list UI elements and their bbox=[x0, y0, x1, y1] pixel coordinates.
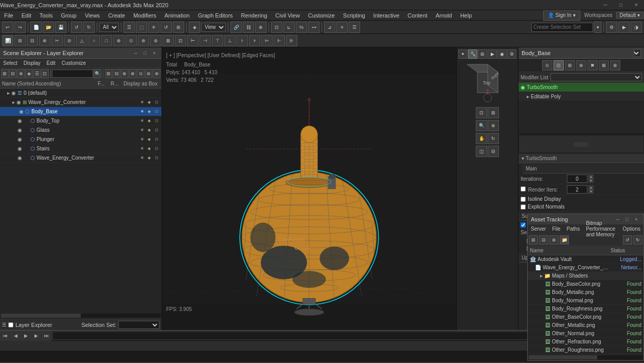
se-tb-btn12[interactable]: ⊙ bbox=[137, 69, 145, 78]
sign-in-button[interactable]: 👤 Sign In ▾ bbox=[543, 10, 580, 21]
menu-animation[interactable]: Animation bbox=[160, 10, 194, 21]
se-menu-select[interactable]: Select bbox=[0, 59, 21, 68]
menu-rendering[interactable]: Rendering bbox=[237, 10, 272, 21]
menu-views[interactable]: Views bbox=[81, 10, 104, 21]
asset-scrollbar[interactable] bbox=[529, 355, 642, 359]
view-mode[interactable]: View bbox=[201, 23, 226, 32]
asset-maps-folder[interactable]: ▸ 📁 Maps / Shaders bbox=[528, 272, 643, 280]
se-tb-btn6[interactable]: ⊡ bbox=[41, 69, 49, 78]
menu-create[interactable]: Create bbox=[104, 10, 129, 21]
asset-vault[interactable]: 🏦 Autodesk Vault Logged... bbox=[528, 255, 643, 264]
tb2-btn4[interactable]: ✂ bbox=[51, 35, 63, 46]
tb2-btn20[interactable]: ⊧ bbox=[249, 35, 260, 46]
at-tb-btn5[interactable]: ↺ bbox=[623, 235, 632, 245]
tb2-btn7[interactable]: ○ bbox=[88, 35, 100, 46]
select-button[interactable]: ☰ bbox=[123, 22, 135, 33]
render-iters-input[interactable]: 2 bbox=[567, 185, 587, 194]
modifier-editable-poly[interactable]: ▸ Editable Poly bbox=[518, 92, 644, 101]
tb2-btn14[interactable]: ⊡ bbox=[175, 35, 186, 46]
scene-item-body-base[interactable]: ◉ ⬡ Body_Base ✳ ◈ ⊡ bbox=[0, 107, 162, 116]
menu-file[interactable]: File bbox=[0, 10, 17, 21]
se-tb-btn5[interactable]: ☰ bbox=[33, 69, 41, 78]
se-scrollbar[interactable] bbox=[1, 314, 160, 318]
tb2-btn16[interactable]: ⊣ bbox=[200, 35, 211, 46]
se-tb-btn3[interactable]: ⊕ bbox=[17, 69, 25, 78]
tb2-btn12[interactable]: ⊚ bbox=[150, 35, 162, 46]
orbit-button[interactable]: ↻ bbox=[488, 133, 499, 144]
se-filter-input[interactable] bbox=[52, 70, 93, 78]
rotate-button[interactable]: ↺ bbox=[160, 22, 172, 33]
menu-edit[interactable]: Edit bbox=[17, 10, 35, 21]
asset-otherroughness[interactable]: 🖼 Other_Roughness.png Found bbox=[528, 346, 643, 354]
se-scrollbar-thumb[interactable] bbox=[1, 314, 81, 318]
modifier-dropdown[interactable]: ▾ bbox=[634, 49, 641, 57]
pt-btn3[interactable]: ⊞ bbox=[565, 60, 575, 71]
pt-btn1[interactable]: ⊙ bbox=[542, 60, 552, 71]
asset-restore-button[interactable]: □ bbox=[623, 216, 631, 223]
move-button[interactable]: ✛ bbox=[148, 22, 159, 33]
se-footer-checkbox1[interactable] bbox=[8, 322, 13, 327]
asset-close-button[interactable]: × bbox=[632, 216, 640, 223]
main-section-header[interactable]: Main bbox=[523, 164, 644, 174]
mirror-button[interactable]: ⊿ bbox=[324, 22, 335, 33]
create-selection-set-input[interactable] bbox=[531, 23, 593, 32]
menu-arnold[interactable]: Arnold bbox=[432, 10, 456, 21]
tb2-btn3[interactable]: ⊕ bbox=[39, 35, 50, 46]
render-iters-down-button[interactable]: ▼ bbox=[588, 189, 594, 194]
angle-snap[interactable]: ⊾ bbox=[283, 22, 295, 33]
scene-item-layer[interactable]: ▸ ◉ ☰ 0 (default) bbox=[0, 89, 162, 98]
menu-help[interactable]: Help bbox=[456, 10, 476, 21]
explicit-normals-checkbox[interactable] bbox=[521, 204, 526, 210]
se-tb-btn14[interactable]: ⊛ bbox=[153, 69, 160, 78]
tb2-btn19[interactable]: ⊦ bbox=[237, 35, 248, 46]
menu-group[interactable]: Group bbox=[57, 10, 81, 21]
asset-bodybasecolor[interactable]: 🖼 Body_BaseColor.png Found bbox=[528, 280, 643, 288]
menu-tools[interactable]: Tools bbox=[35, 10, 57, 21]
render-iters-up-button[interactable]: ▲ bbox=[588, 185, 594, 189]
asset-scrollbar-thumb[interactable] bbox=[529, 355, 597, 359]
scene-item-plunger[interactable]: ◉ ⬡ Plunger ✳ ◈ ⊡ bbox=[0, 135, 162, 144]
menu-civil-view[interactable]: Civil View bbox=[271, 10, 303, 21]
menu-modifiers[interactable]: Modifiers bbox=[129, 10, 160, 21]
at-tb-btn4[interactable]: 📁 bbox=[560, 235, 569, 245]
at-tb-btn6[interactable]: ↻ bbox=[633, 235, 642, 245]
zoom-button[interactable]: 🔍 bbox=[476, 120, 487, 131]
save-button[interactable]: 💾 bbox=[55, 22, 66, 33]
se-tb-btn8[interactable]: ⊞ bbox=[105, 69, 113, 78]
pt-btn2[interactable]: ⊡ bbox=[553, 60, 564, 71]
asset-othermetallic[interactable]: 🖼 Other_Metallic.png Found bbox=[528, 321, 643, 330]
selection-set-dropdown-footer[interactable] bbox=[118, 321, 159, 329]
tb2-btn9[interactable]: ⊗ bbox=[113, 35, 124, 46]
new-scene-button[interactable]: 📄 bbox=[30, 22, 42, 33]
asset-bodyroughness[interactable]: 🖼 Body_Roughness.png Found bbox=[528, 305, 643, 313]
se-tb-btn4[interactable]: ◈ bbox=[25, 69, 33, 78]
turbosmooth-section-header[interactable]: ▾ TurboSmooth bbox=[518, 154, 644, 163]
tb2-btn6[interactable]: △ bbox=[76, 35, 87, 46]
workspace-default[interactable]: Default ▾ bbox=[616, 12, 643, 19]
tb2-btn1[interactable]: ⊞ bbox=[14, 35, 26, 46]
tb2-btn21[interactable]: ⊨ bbox=[261, 35, 273, 46]
menu-content[interactable]: Content bbox=[403, 10, 432, 21]
reference-button[interactable]: ◈ bbox=[189, 22, 200, 33]
se-menu-display[interactable]: Display bbox=[21, 59, 44, 68]
play-button[interactable]: ▶ bbox=[21, 331, 31, 341]
iterations-input[interactable]: 0 bbox=[567, 175, 587, 183]
graph-button[interactable]: 📊 bbox=[2, 35, 13, 46]
asset-otherbasecolor[interactable]: 🖼 Other_BaseColor.png Found bbox=[528, 313, 643, 321]
prev-frame-button[interactable]: ◀ bbox=[10, 331, 21, 341]
close-button[interactable]: × bbox=[629, 0, 644, 10]
scale-button[interactable]: ⊞ bbox=[173, 22, 184, 33]
asset-bodynormal[interactable]: 🖼 Body_Normal.png Found bbox=[528, 297, 643, 305]
link-button[interactable]: 🔗 bbox=[230, 22, 242, 33]
asset-othernormal[interactable]: 🖼 Other_Normal.png Found bbox=[528, 330, 643, 338]
se-tb-btn2[interactable]: ⊟ bbox=[9, 69, 17, 78]
zoom-extents-button[interactable]: ⊡ bbox=[476, 107, 487, 118]
pt-btn5[interactable]: ✖ bbox=[587, 60, 598, 71]
se-tb-btn10[interactable]: ⊕ bbox=[121, 69, 129, 78]
unlink-button[interactable]: ⛓ bbox=[243, 22, 254, 33]
panel-minimize-button[interactable]: ─ bbox=[132, 49, 140, 57]
scene-item-glass[interactable]: ◉ ⬡ Glass ✳ ◈ ⊡ bbox=[0, 126, 162, 135]
motion-tab-button[interactable]: ▶ bbox=[488, 49, 497, 59]
tb2-btn2[interactable]: ⊟ bbox=[27, 35, 38, 46]
menu-interactive[interactable]: Interactive bbox=[369, 10, 404, 21]
